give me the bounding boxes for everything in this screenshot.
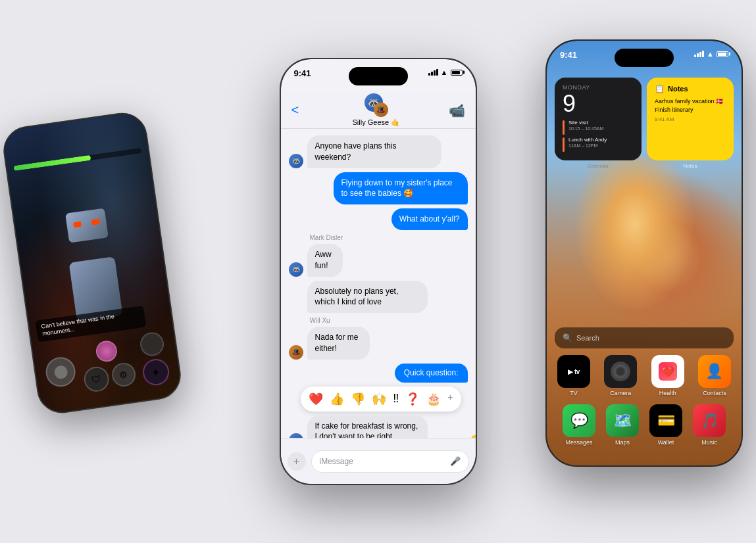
joystick-inner: [53, 364, 68, 379]
bar3: [434, 70, 436, 76]
app-contacts[interactable]: 👤 Contacts: [695, 355, 734, 396]
notes-time: 9:41 AM: [655, 116, 726, 122]
health-heart-icon: ❤️: [659, 362, 677, 381]
cal-event-2: Lunch with Andy 11AM – 12PM: [563, 137, 634, 152]
message-bubble-6[interactable]: Nada for me either!: [307, 327, 370, 360]
search-label: Search: [576, 334, 599, 342]
cal-event-details-1: Site visit 10:15 – 10:45AM: [568, 120, 603, 131]
contacts-person-icon: 👤: [705, 363, 723, 380]
action-button-gray[interactable]: ⚙: [111, 362, 138, 389]
cal-event-bar-1: [563, 120, 565, 135]
cal-widget-label: Calendar: [555, 163, 642, 169]
message-input-field[interactable]: iMessage 🎤: [311, 450, 469, 473]
bar4: [436, 69, 438, 76]
tapback-thumbsdown[interactable]: 👎: [351, 392, 365, 406]
h-bar2: [697, 53, 699, 57]
back-button[interactable]: <: [291, 103, 299, 118]
game-character: [45, 205, 138, 320]
message-row-2: Flying down to my sister's place to see …: [289, 172, 468, 205]
contact-name: Silly Geese 🤙: [352, 118, 400, 127]
home-dock-area: 🔍 Search ▶ tv TV Came: [555, 327, 734, 452]
tapback-heart[interactable]: ❤️: [309, 392, 323, 406]
h-bar1: [694, 55, 696, 57]
notes-header: 📋 Notes: [655, 84, 726, 93]
maps-label: Maps: [615, 439, 630, 446]
app-wallet[interactable]: 💳 Wallet: [647, 404, 685, 446]
bar1: [428, 73, 430, 76]
phone-messages: 9:41 ▲ <: [280, 58, 477, 485]
shield-button[interactable]: 🛡: [82, 365, 111, 393]
special-button[interactable]: ✦: [141, 358, 170, 387]
joystick-left[interactable]: [44, 355, 78, 389]
tapback-more[interactable]: +: [447, 392, 453, 406]
wallet-label: Wallet: [658, 439, 674, 446]
messages-app-label: Messages: [565, 439, 592, 446]
app-maps[interactable]: 🗺️ Maps: [603, 404, 642, 446]
app-health[interactable]: ❤️ Health: [649, 355, 687, 396]
app-camera[interactable]: Camera: [601, 355, 640, 396]
tv-logo: ▶ tv: [568, 368, 580, 375]
notes-content: Aarhus family vacation 🇩🇰Finish itinerar…: [655, 97, 726, 114]
cal-event-time-1: 10:15 – 10:45AM: [568, 126, 603, 131]
home-battery-fill: [718, 53, 726, 56]
camera-icon: [604, 355, 637, 388]
contacts-label: Contacts: [703, 390, 726, 396]
messages-screen: 9:41 ▲ <: [281, 59, 476, 484]
home-extra-apps-row: 💬 Messages 🗺️ Maps 💳 Wallet 🎵 Music: [555, 404, 734, 446]
message-row-4: 🦝 Mark Disler Aww fun!: [289, 234, 468, 277]
message-row-1: 🦝 Anyone have plans this weekend?: [289, 135, 468, 168]
app-music[interactable]: 🎵 Music: [690, 404, 728, 446]
avatar-2: 🎩: [374, 103, 388, 117]
cal-event-name-1: Site visit: [568, 120, 603, 126]
tapback-cake[interactable]: 🎂: [426, 392, 441, 406]
mic-icon[interactable]: 🎤: [450, 456, 461, 466]
signal-bars-icon: [428, 69, 438, 76]
msg-avatar-9: 🦝: [289, 433, 303, 438]
message-row-7: Quick question:: [289, 364, 468, 383]
tapback-thumbsup[interactable]: 👍: [330, 392, 344, 406]
music-icon: 🎵: [693, 404, 726, 437]
phones-container: Can't believe that was in the monument..…: [0, 0, 756, 543]
message-bubble-5[interactable]: Absolutely no plans yet, which I kind of…: [307, 281, 428, 314]
star-icon: ⚙: [119, 369, 129, 381]
msg-avatar-1: 🦝: [289, 154, 303, 168]
gaming-screen: Can't believe that was in the monument..…: [2, 111, 183, 415]
tapback-exclaim[interactable]: ‼️: [393, 392, 399, 406]
msg-group-4: Mark Disler Aww fun!: [307, 234, 355, 277]
message-row-6: 🎩 Will Xu Nada for me either!: [289, 317, 468, 360]
widget-notes[interactable]: 📋 Notes Aarhus family vacation 🇩🇰Finish …: [647, 78, 734, 160]
widget-calendar[interactable]: MONDAY 9 Site visit 10:15 – 10:45AM: [555, 78, 642, 160]
phone-home: 9:41 ▲ MO: [545, 39, 743, 467]
message-bubble-2[interactable]: Flying down to my sister's place to see …: [334, 172, 468, 205]
video-call-button[interactable]: 📹: [449, 103, 465, 118]
camera-lens: [611, 362, 630, 381]
tapback-shrug[interactable]: 🙌: [372, 392, 386, 406]
cal-event-name-2: Lunch with Andy: [568, 137, 607, 143]
sender-name-4: Mark Disler: [307, 234, 343, 241]
message-bubble-9[interactable]: If cake for breakfast is wrong, I don't …: [307, 415, 428, 438]
home-search-bar[interactable]: 🔍 Search: [555, 327, 734, 348]
messages-icon: 💬: [563, 404, 595, 437]
action-button-pink[interactable]: [94, 339, 118, 363]
menu-button[interactable]: [139, 331, 166, 358]
home-time: 9:41: [560, 50, 577, 60]
add-attachment-button[interactable]: +: [288, 452, 306, 471]
right-controls: ✦: [138, 331, 171, 387]
app-messages[interactable]: 💬 Messages: [560, 404, 598, 446]
avatar-group: 🦝 🎩: [365, 93, 388, 117]
messages-dynamic-island: [349, 67, 408, 85]
tapback-bar: ❤️ 👍 👎 🙌 ‼️ ❓ 🎂 +: [301, 387, 461, 412]
home-widgets: MONDAY 9 Site visit 10:15 – 10:45AM: [555, 78, 734, 169]
cal-event-bar-2: [563, 137, 565, 152]
app-tv[interactable]: ▶ tv TV: [555, 355, 593, 396]
cal-event-1: Site visit 10:15 – 10:45AM: [563, 120, 634, 135]
sender-name-6: Will Xu: [307, 317, 330, 324]
message-bubble-1[interactable]: Anyone have plans this weekend?: [307, 135, 441, 168]
message-bubble-4[interactable]: Aww fun!: [307, 244, 343, 277]
messages-header: < 🦝 🎩 Silly Geese 🤙 📹: [281, 92, 476, 129]
message-bubble-3[interactable]: What about y'all?: [391, 208, 468, 230]
msg-avatar-6: 🎩: [289, 345, 303, 360]
message-bubble-7[interactable]: Quick question:: [395, 364, 468, 383]
tapback-question[interactable]: ❓: [405, 392, 420, 406]
home-apps-row: ▶ tv TV Camera ❤️ Health: [555, 355, 734, 396]
